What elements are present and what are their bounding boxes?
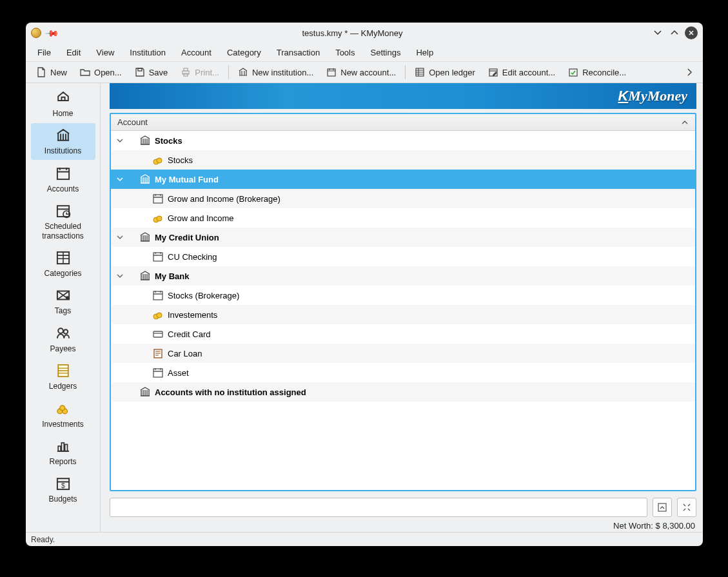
menubar: File Edit View Institution Account Categ… <box>26 43 703 61</box>
svg-rect-3 <box>184 73 188 76</box>
svg-rect-30 <box>153 253 162 261</box>
tree-row-label: My Credit Union <box>155 233 219 242</box>
menu-tools[interactable]: Tools <box>328 45 362 60</box>
tree-row[interactable]: Grow and Income (Brokerage) <box>111 189 695 208</box>
expand-icon <box>682 502 692 513</box>
loan-icon <box>152 347 164 359</box>
open-button[interactable]: Open... <box>74 64 128 80</box>
sidebar-item-home[interactable]: Home <box>31 86 95 122</box>
tree-row[interactable]: Stocks (Brokerage) <box>111 286 695 305</box>
sidebar-item-investments[interactable]: Investments <box>31 396 95 433</box>
menu-account[interactable]: Account <box>173 45 219 60</box>
tree-row[interactable]: Car Loan <box>111 344 695 363</box>
tree-row[interactable]: My Bank <box>111 266 695 286</box>
chevron-down-icon[interactable] <box>115 271 125 281</box>
save-button[interactable]: Save <box>128 64 175 80</box>
toolbar-overflow-button[interactable] <box>680 65 699 79</box>
menu-help[interactable]: Help <box>408 45 441 60</box>
sort-indicator-icon[interactable] <box>681 119 689 126</box>
sidebar-item-label: Tags <box>32 306 94 315</box>
tree-row[interactable]: Stocks <box>111 131 695 150</box>
reconcile-button[interactable]: Reconcile... <box>562 64 633 80</box>
folder-open-icon <box>80 67 90 77</box>
svg-rect-0 <box>138 68 142 71</box>
sidebar-item-scheduled[interactable]: Scheduledtransactions <box>31 199 95 244</box>
sidebar-item-label: Ledgers <box>32 382 94 391</box>
inst-icon <box>139 173 151 185</box>
tree-row[interactable]: Investements <box>111 305 695 324</box>
payees-icon <box>55 325 72 342</box>
card-icon <box>152 328 164 340</box>
edit-account-button[interactable]: Edit account... <box>482 64 562 80</box>
collapse-all-button[interactable] <box>653 498 672 517</box>
ledger-icon <box>415 67 425 77</box>
svg-rect-21 <box>61 443 64 451</box>
app-window: 📌 testus.kmy * — KMyMoney File Edit View… <box>26 23 703 546</box>
sidebar-item-payees[interactable]: Payees <box>31 321 95 357</box>
menu-file[interactable]: File <box>30 45 59 60</box>
save-icon <box>135 67 145 77</box>
cal-icon <box>152 251 164 262</box>
tree-row[interactable]: My Credit Union <box>111 228 695 247</box>
sidebar-item-label: Scheduledtransactions <box>32 222 94 240</box>
filter-input[interactable] <box>110 498 647 517</box>
svg-rect-31 <box>153 291 162 300</box>
 <box>115 387 125 397</box>
tree-row[interactable]: CU Checking <box>111 247 695 266</box>
sidebar-item-label: Investments <box>32 420 94 429</box>
open-ledger-button[interactable]: Open ledger <box>408 64 482 80</box>
calendar-edit-icon <box>488 67 498 77</box>
sidebar-item-categories[interactable]: Categories <box>31 246 95 282</box>
menu-institution[interactable]: Institution <box>122 45 173 60</box>
chevron-down-icon[interactable] <box>115 174 125 184</box>
sidebar-item-accounts[interactable]: Accounts <box>31 161 95 197</box>
svg-point-19 <box>59 405 64 410</box>
tree-header[interactable]: Account <box>111 114 695 131</box>
statusbar: Ready. <box>26 532 703 546</box>
svg-point-26 <box>157 158 162 163</box>
menu-edit[interactable]: Edit <box>59 45 88 60</box>
tree-row[interactable]: My Mutual Fund <box>111 170 695 189</box>
maximize-button[interactable] <box>668 26 681 39</box>
sidebar-item-label: Accounts <box>32 184 94 193</box>
sidebar[interactable]: HomeInstitutionsAccountsScheduledtransac… <box>26 83 101 532</box>
tree-row-label: CU Checking <box>168 252 217 262</box>
svg-point-15 <box>63 329 68 334</box>
chevron-down-icon[interactable] <box>115 232 125 242</box>
chevron-down-icon[interactable] <box>115 135 125 146</box>
sidebar-item-ledgers[interactable]: Ledgers <box>31 358 95 395</box>
inst-icon <box>139 386 151 398</box>
tree-row[interactable]: Grow and Income <box>111 208 695 228</box>
tree-row-label: Stocks <box>155 136 182 146</box>
minimize-button[interactable] <box>651 26 664 39</box>
svg-point-14 <box>58 328 63 333</box>
menu-category[interactable]: Category <box>219 45 269 60</box>
tree-row[interactable]: Stocks <box>111 150 695 170</box>
sidebar-item-label: Institutions <box>32 146 94 155</box>
new-institution-button[interactable]: New institution... <box>231 64 320 80</box>
tree-row-label: Accounts with no institution assigned <box>155 387 306 397</box>
svg-rect-2 <box>184 68 188 71</box>
new-account-button[interactable]: New account... <box>320 64 402 80</box>
sidebar-item-budgets[interactable]: $Budgets <box>31 471 95 507</box>
tree-body[interactable]: StocksStocksMy Mutual FundGrow and Incom… <box>111 131 695 490</box>
sidebar-item-tags[interactable]: Tags <box>31 283 95 319</box>
new-button[interactable]: New <box>30 64 74 80</box>
tree-row-label: Investements <box>168 310 217 320</box>
menu-view[interactable]: View <box>88 45 122 60</box>
stock-icon <box>152 309 164 320</box>
tree-row[interactable]: Asset <box>111 363 695 382</box>
sidebar-item-reports[interactable]: Reports <box>31 434 95 470</box>
window-title: testus.kmy * — KMyMoney <box>57 28 647 38</box>
column-header-account[interactable]: Account <box>117 117 148 127</box>
sidebar-item-institutions[interactable]: Institutions <box>31 123 95 159</box>
close-button[interactable] <box>685 26 698 39</box>
tree-row[interactable]: Credit Card <box>111 324 695 344</box>
expand-all-button[interactable] <box>677 498 696 517</box>
toolbar-separator <box>405 65 406 79</box>
sidebar-item-label: Categories <box>32 269 94 278</box>
net-worth-label: Net Worth: $ 8,300.00 <box>110 517 696 532</box>
menu-transaction[interactable]: Transaction <box>269 45 328 60</box>
tree-row[interactable]: Accounts with no institution assigned <box>111 382 695 402</box>
menu-settings[interactable]: Settings <box>363 45 409 60</box>
